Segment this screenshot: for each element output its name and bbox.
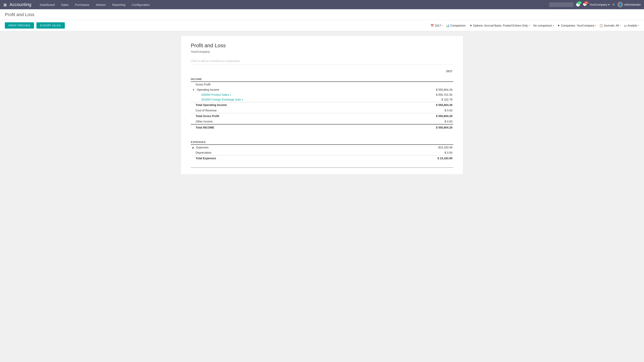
export-xlsx-button[interactable]: EXPORT (XLSX) <box>36 22 65 28</box>
gross-profit-row: Gross Profit <box>191 82 453 87</box>
chat-badge: 21 <box>584 1 588 4</box>
topnav-right: 📞 🕐 15 💬 21 YourCompany ▾ ✕ 👤 Administra… <box>543 2 641 7</box>
companies-caret-icon: ▾ <box>595 24 596 26</box>
toolbar: PRINT PREVIEW EXPORT (XLSX) 📅 2017 ▾ 📊 C… <box>0 20 644 31</box>
analytic-icon: 🗂 <box>624 24 627 27</box>
depreciation-value: $ 0.00 <box>414 150 453 155</box>
companies-label: Companies: YourCompany <box>561 24 594 27</box>
foreign-exchange-expand-icon[interactable]: ▾ <box>242 98 243 101</box>
total-gross-profit-row: Total Gross Profit $ 550,804.28 <box>191 113 453 119</box>
total-income-value: $ 550,804.28 <box>414 124 453 130</box>
total-expenses-row: Total Expenses $ 15,183.99 <box>191 155 453 161</box>
operating-income-label: ▼ Operating Income <box>191 87 414 92</box>
avatar: 👤 <box>618 2 623 7</box>
product-sales-link[interactable]: 200000 Product Sales <box>201 93 230 96</box>
no-comparison-label: No comparison <box>533 24 552 27</box>
phone-icon[interactable]: 📞 <box>543 3 547 7</box>
username: Administrator <box>624 3 641 6</box>
analytic-caret-icon: ▾ <box>638 24 639 26</box>
foreign-exchange-value: $ 102.78 <box>414 97 453 102</box>
no-comparison-filter[interactable]: No comparison ▾ <box>533 24 554 27</box>
intro-placeholder[interactable]: Click to add an introductory explanation <box>191 57 453 65</box>
nav-adviser[interactable]: Adviser <box>93 2 109 8</box>
analytic-filter[interactable]: 🗂 Analytic ▾ <box>624 24 639 27</box>
main-nav: Dashboard Sales Purchases Adviser Report… <box>37 2 543 8</box>
company-caret-icon: ▾ <box>608 3 610 6</box>
total-income-label: Total INCOME <box>191 124 414 130</box>
company-selector[interactable]: YourCompany ▾ <box>590 3 610 6</box>
journals-icon: 📋 <box>599 24 603 27</box>
total-income-row: Total INCOME $ 550,804.28 <box>191 124 453 130</box>
chart-icon: 📊 <box>446 24 450 27</box>
total-operating-income-value: $ 550,804.28 <box>414 102 453 108</box>
expand-expenses-icon[interactable]: ▶ <box>192 146 194 149</box>
apps-icon[interactable]: ▣ <box>3 2 7 7</box>
journals-label: Journals: All <box>604 24 619 27</box>
close-button[interactable]: ✕ <box>612 2 615 7</box>
nav-purchases[interactable]: Purchases <box>72 2 92 8</box>
other-income-row: Other Income $ 0.00 <box>191 119 453 124</box>
year-col-header: 2017 <box>414 70 453 74</box>
product-sales-value: $ 550,701.50 <box>414 92 453 97</box>
brand-name: Accounting <box>10 2 32 7</box>
messages-button[interactable]: 🕐 15 <box>576 2 580 7</box>
filter-icon: ▼ <box>470 24 472 27</box>
companies-icon: ▼ <box>557 24 560 27</box>
expenses-row: ▶ Expenses $15,183.99 <box>191 145 453 150</box>
chat-button[interactable]: 💬 21 <box>582 2 587 7</box>
options-caret-icon: ▾ <box>529 24 530 26</box>
foreign-exchange-label: 201000 Foreign Exchange Gain ▾ <box>191 97 414 102</box>
nav-reporting[interactable]: Reporting <box>110 2 128 8</box>
other-income-label: Other Income <box>191 119 414 124</box>
income-section-header: INCOME <box>191 74 453 82</box>
gap-row <box>191 130 453 137</box>
total-gross-profit-label: Total Gross Profit <box>191 113 414 119</box>
bottom-gap-row <box>191 161 453 168</box>
operating-income-row: ▼ Operating Income $ 550,804.28 <box>191 87 453 92</box>
foreign-exchange-row: 201000 Foreign Exchange Gain ▾ $ 102.78 <box>191 97 453 102</box>
journals-caret-icon: ▾ <box>620 24 621 26</box>
user-avatar-area: 👤 Administrator <box>618 2 641 7</box>
topnav: ▣ Accounting Dashboard Sales Purchases A… <box>0 0 644 9</box>
options-filter[interactable]: ▼ Options: Accrual Basis, Posted Entries… <box>470 24 530 27</box>
page-header: Profit and Loss <box>0 9 644 20</box>
expenses-row-value: $15,183.99 <box>414 145 453 150</box>
report-container: Profit and Loss YourCompany Click to add… <box>181 36 463 174</box>
nav-configuration[interactable]: Configuration <box>129 2 152 8</box>
cost-of-revenue-row: Cost of Revenue $ 0.00 <box>191 108 453 113</box>
income-label: INCOME <box>191 74 414 82</box>
total-operating-income-row: Total Operating Income $ 550,804.28 <box>191 102 453 108</box>
foreign-exchange-link[interactable]: 201000 Foreign Exchange Gain <box>201 98 242 101</box>
expenses-label: Expenses <box>191 137 414 145</box>
collapse-operating-income-icon[interactable]: ▼ <box>192 88 195 91</box>
journals-filter[interactable]: 📋 Journals: All ▾ <box>599 24 620 27</box>
gross-profit-label: Gross Profit <box>191 82 414 87</box>
nav-dashboard[interactable]: Dashboard <box>37 2 57 8</box>
year-caret-icon: ▾ <box>442 24 443 26</box>
year-filter[interactable]: 📅 2017 ▾ <box>430 24 443 27</box>
messages-badge: 15 <box>578 1 582 4</box>
income-header-value <box>414 74 453 82</box>
page-title: Profit and Loss <box>5 12 639 17</box>
companies-filter[interactable]: ▼ Companies: YourCompany ▾ <box>557 24 596 27</box>
total-expenses-label: Total Expenses <box>191 155 414 161</box>
chart-icon-filter[interactable]: 📊 Comparison: <box>446 24 466 27</box>
toolbar-filters: 📅 2017 ▾ 📊 Comparison: ▼ Options: Accrua… <box>430 24 639 27</box>
expenses-section-header: Expenses <box>191 137 453 145</box>
label-col-header <box>191 70 414 74</box>
options-label: Options: Accrual Basis, Posted Entries O… <box>473 24 528 27</box>
company-name: YourCompany <box>590 3 607 6</box>
report-table: 2017 INCOME Gross Profit <box>191 70 453 168</box>
analytic-label: Analytic <box>628 24 637 27</box>
product-sales-row: 200000 Product Sales ▾ $ 550,701.50 <box>191 92 453 97</box>
report-company: YourCompany <box>191 50 453 53</box>
search-input[interactable] <box>549 2 573 7</box>
expenses-row-label: ▶ Expenses <box>191 145 414 150</box>
nav-sales[interactable]: Sales <box>58 2 72 8</box>
product-sales-expand-icon[interactable]: ▾ <box>230 94 231 96</box>
total-expenses-value: $ 15,183.99 <box>414 155 453 161</box>
operating-income-value: $ 550,804.28 <box>414 87 453 92</box>
report-title: Profit and Loss <box>191 42 453 49</box>
print-preview-button[interactable]: PRINT PREVIEW <box>5 22 34 28</box>
content-area: Profit and Loss YourCompany Click to add… <box>0 31 644 362</box>
